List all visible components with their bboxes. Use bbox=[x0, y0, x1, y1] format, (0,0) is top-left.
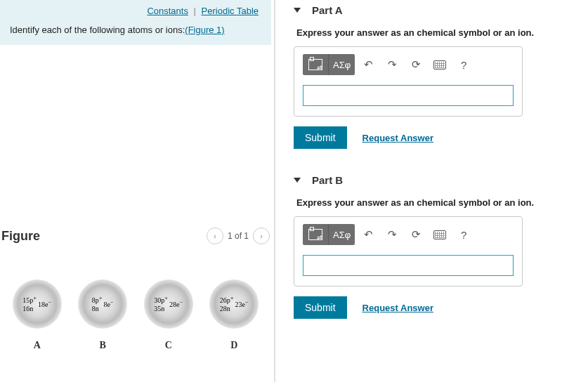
atom-b-label: B bbox=[100, 340, 106, 351]
atom-a-label: A bbox=[34, 340, 41, 351]
part-b-instruction: Express your answer as an chemical symbo… bbox=[296, 197, 588, 208]
help-button[interactable]: ? bbox=[453, 224, 474, 245]
reset-button[interactable]: ⟳ bbox=[405, 224, 426, 245]
part-a-request-answer-link[interactable]: Request Answer bbox=[362, 133, 433, 143]
atom-b-cloud: 8p+8n 8e− bbox=[78, 279, 127, 329]
atom-a-cloud: 15p+16n 18e− bbox=[13, 279, 62, 329]
atom-a: 15p+16n 18e− A bbox=[13, 279, 62, 351]
periodic-table-link[interactable]: Periodic Table bbox=[202, 6, 259, 16]
figure-pager: ‹ 1 of 1 › bbox=[207, 228, 270, 244]
atom-c-cloud: 30p+35n 28e− bbox=[144, 279, 193, 329]
atom-d: 26p+28n 23e− D bbox=[209, 279, 259, 351]
part-a-submit-button[interactable]: Submit bbox=[294, 126, 347, 149]
figure-page-indicator: 1 of 1 bbox=[228, 231, 249, 241]
help-button[interactable]: ? bbox=[453, 54, 474, 75]
figure-next-button[interactable]: › bbox=[253, 228, 270, 244]
link-separator: | bbox=[194, 6, 196, 16]
part-a-input-box: ΑΣφ ↶ ↷ ⟳ ? bbox=[294, 46, 523, 117]
atom-b: 8p+8n 8e− B bbox=[78, 279, 127, 351]
greek-button[interactable]: ΑΣφ bbox=[328, 224, 355, 245]
part-a-instruction: Express your answer as an chemical symbo… bbox=[296, 27, 588, 38]
templates-button[interactable] bbox=[303, 224, 328, 245]
prompt-text: Identify each of the following atoms or … bbox=[10, 25, 185, 35]
keyboard-button[interactable] bbox=[429, 224, 450, 245]
undo-button[interactable]: ↶ bbox=[358, 224, 379, 245]
template-icon bbox=[308, 229, 322, 240]
templates-button[interactable] bbox=[303, 54, 328, 75]
figure-heading: Figure bbox=[1, 229, 40, 244]
redo-button[interactable]: ↷ bbox=[381, 224, 403, 245]
part-b-submit-button[interactable]: Submit bbox=[294, 296, 347, 319]
part-b-title: Part B bbox=[312, 174, 343, 186]
greek-button[interactable]: ΑΣφ bbox=[328, 54, 355, 75]
figure-prev-button[interactable]: ‹ bbox=[207, 228, 223, 244]
reset-button[interactable]: ⟳ bbox=[405, 54, 426, 75]
part-b: Part B Express your answer as an chemica… bbox=[294, 170, 588, 319]
part-a-answer-input[interactable] bbox=[303, 85, 514, 106]
part-b-answer-input[interactable] bbox=[303, 255, 514, 276]
redo-button[interactable]: ↷ bbox=[381, 54, 403, 75]
atom-d-cloud: 26p+28n 23e− bbox=[209, 279, 259, 329]
atom-c: 30p+35n 28e− C bbox=[144, 279, 193, 351]
keyboard-icon bbox=[433, 230, 446, 239]
constants-link[interactable]: Constants bbox=[147, 6, 188, 16]
figure-content: 15p+16n 18e− A 8p+8n 8e− B 30p+35n 28e− … bbox=[0, 279, 271, 351]
question-prompt: Identify each of the following atoms or … bbox=[0, 18, 271, 45]
collapse-icon[interactable] bbox=[294, 178, 301, 183]
part-a-toolbar: ΑΣφ ↶ ↷ ⟳ ? bbox=[303, 54, 514, 75]
keyboard-icon bbox=[433, 60, 446, 70]
atom-c-label: C bbox=[165, 340, 172, 351]
template-icon bbox=[308, 59, 322, 70]
figure-ref-link[interactable]: (Figure 1) bbox=[185, 25, 224, 35]
atom-d-label: D bbox=[230, 340, 237, 351]
part-a: Part A Express your answer as an chemica… bbox=[294, 0, 588, 149]
keyboard-button[interactable] bbox=[429, 54, 450, 75]
top-links: Constants | Periodic Table bbox=[0, 0, 271, 18]
undo-button[interactable]: ↶ bbox=[358, 54, 379, 75]
part-b-input-box: ΑΣφ ↶ ↷ ⟳ ? bbox=[294, 216, 523, 286]
part-b-toolbar: ΑΣφ ↶ ↷ ⟳ ? bbox=[303, 224, 514, 245]
collapse-icon[interactable] bbox=[294, 8, 301, 13]
part-b-request-answer-link[interactable]: Request Answer bbox=[362, 303, 433, 313]
part-a-title: Part A bbox=[312, 4, 343, 16]
